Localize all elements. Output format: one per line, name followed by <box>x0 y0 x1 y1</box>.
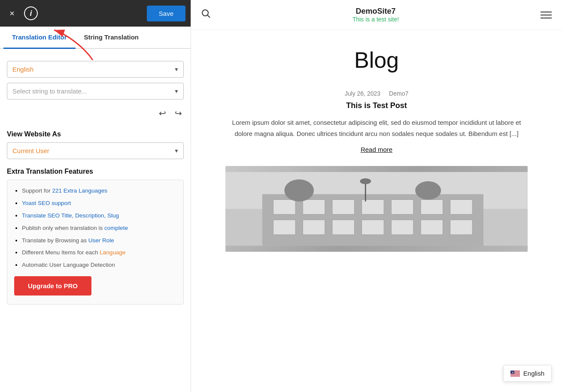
svg-rect-6 <box>273 200 296 214</box>
hamburger-icon[interactable] <box>541 12 552 18</box>
read-more-link[interactable]: Read more <box>361 146 392 153</box>
post-excerpt: Lorem ipsum dolor sit amet, consectetur … <box>231 117 523 139</box>
tab-string-translation[interactable]: String Translation <box>76 27 148 49</box>
save-button[interactable]: Save <box>147 6 185 21</box>
blog-page-title: Blog <box>354 47 399 73</box>
svg-rect-17 <box>391 220 413 235</box>
feat-text: Translate SEO Title, Description, Slug <box>22 212 119 219</box>
tabs-bar: Translation Editor String Translation <box>0 27 191 49</box>
language-select-wrapper[interactable]: English French Spanish ▼ <box>7 61 184 78</box>
svg-rect-19 <box>450 220 473 235</box>
site-title-wrap: DemoSite7 This is a test site! <box>211 7 541 23</box>
panel-body: English French Spanish ▼ Select string t… <box>0 49 191 392</box>
post-date: July 26, 2023 <box>345 90 380 97</box>
list-item: Different Menu Items for each Language <box>22 249 176 257</box>
svg-line-2 <box>208 15 210 18</box>
svg-rect-18 <box>421 220 443 235</box>
arrow-controls: ↩ ↪ <box>7 105 184 122</box>
hamburger-line <box>541 18 552 18</box>
svg-rect-9 <box>362 200 384 214</box>
left-panel: × i Save Translation Editor String Trans… <box>0 0 191 392</box>
us-flag-icon: ★ <box>510 371 520 377</box>
svg-rect-30 <box>510 375 520 376</box>
svg-rect-15 <box>332 220 355 235</box>
post-title: This is Test Post <box>346 101 407 110</box>
tab-translation-editor[interactable]: Translation Editor <box>3 27 76 49</box>
feat-highlight: complete <box>104 225 128 231</box>
svg-rect-29 <box>510 374 520 375</box>
info-button[interactable]: i <box>24 6 38 20</box>
site-tagline: This is a test site! <box>211 16 541 23</box>
view-website-as-wrapper: Current User ▼ <box>7 142 184 159</box>
svg-point-22 <box>284 179 314 202</box>
feat-highlight: 221 Extra Languages <box>52 187 107 194</box>
list-item: Translate by Browsing as User Role <box>22 237 176 245</box>
svg-rect-28 <box>510 374 520 374</box>
view-website-as-label: View Website As <box>7 130 184 138</box>
svg-rect-13 <box>273 220 296 235</box>
site-name: DemoSite7 <box>211 7 541 16</box>
post-author: Demo7 <box>389 90 408 97</box>
feat-highlight: Language <box>100 249 125 256</box>
feat-text: Yoast SEO support <box>22 200 71 206</box>
svg-point-23 <box>415 181 441 200</box>
site-header: DemoSite7 This is a test site! <box>191 0 562 30</box>
extra-features-section: Extra Translation Features Support for 2… <box>7 164 184 305</box>
close-button[interactable]: × <box>5 6 19 20</box>
top-bar: × i Save <box>0 0 191 27</box>
svg-point-1 <box>202 10 208 16</box>
svg-rect-8 <box>332 200 355 214</box>
svg-rect-7 <box>303 200 325 214</box>
undo-button[interactable]: ↩ <box>157 106 168 120</box>
language-switcher-label: English <box>523 370 544 377</box>
string-select-wrapper[interactable]: Select string to translate... ▼ <box>7 83 184 100</box>
features-list: Support for 221 Extra Languages Yoast SE… <box>14 187 176 269</box>
hamburger-line <box>541 15 552 15</box>
svg-rect-16 <box>362 220 384 235</box>
feat-text: Automatic User Language Detection <box>22 262 115 268</box>
feat-text: Translate by Browsing as <box>22 237 88 244</box>
current-user-select-wrapper[interactable]: Current User ▼ <box>7 142 184 159</box>
search-icon[interactable] <box>201 9 211 21</box>
section-view-website-as: View Website As Current User ▼ <box>7 127 184 159</box>
blog-content: Blog July 26, 2023 Demo7 This is Test Po… <box>191 30 562 269</box>
redo-button[interactable]: ↪ <box>173 106 184 120</box>
svg-rect-12 <box>450 200 473 214</box>
svg-rect-10 <box>391 200 413 214</box>
list-item: Yoast SEO support <box>22 199 176 208</box>
list-item: Support for 221 Extra Languages <box>22 187 176 195</box>
string-select[interactable]: Select string to translate... <box>7 83 183 99</box>
features-box: Support for 221 Extra Languages Yoast SE… <box>7 180 184 305</box>
svg-rect-11 <box>421 200 443 214</box>
extra-features-title: Extra Translation Features <box>7 168 184 175</box>
svg-point-21 <box>360 178 371 184</box>
feat-text: Publish only when translation is <box>22 225 104 231</box>
list-item: Automatic User Language Detection <box>22 261 176 269</box>
right-panel: DemoSite7 This is a test site! Blog July… <box>191 0 562 392</box>
feat-highlight: User Role <box>88 237 114 244</box>
language-switcher[interactable]: ★ English <box>503 365 552 382</box>
language-select[interactable]: English French Spanish <box>7 61 183 77</box>
svg-rect-14 <box>303 220 325 235</box>
post-meta: July 26, 2023 Demo7 <box>345 90 408 97</box>
blog-image <box>225 166 528 252</box>
feat-text: Different Menu Items for each <box>22 249 100 256</box>
list-item: Publish only when translation is complet… <box>22 224 176 232</box>
hamburger-line <box>541 12 552 12</box>
list-item: Translate SEO Title, Description, Slug <box>22 212 176 220</box>
feat-text: Support for <box>22 187 52 194</box>
upgrade-button[interactable]: Upgrade to PRO <box>14 276 91 296</box>
current-user-select[interactable]: Current User <box>7 143 183 159</box>
